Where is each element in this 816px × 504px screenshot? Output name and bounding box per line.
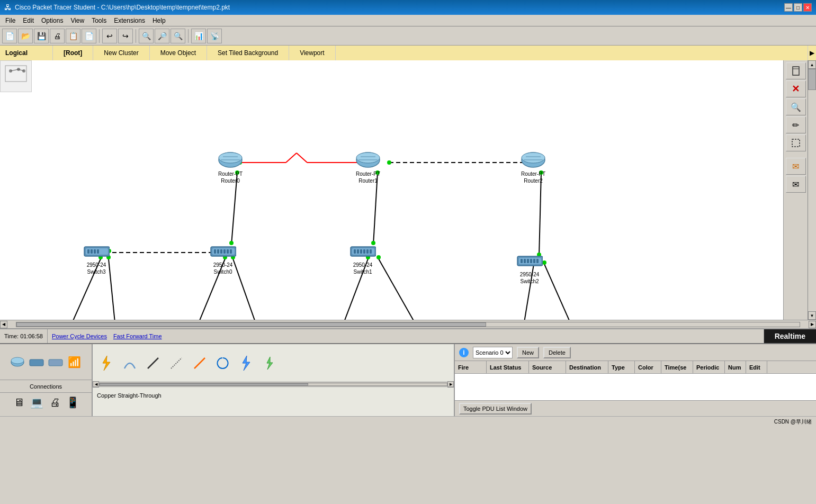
scroll-thumb-horizontal[interactable]: [16, 322, 486, 327]
pencil-tool-button[interactable]: ✏: [786, 116, 806, 133]
switch2-node[interactable]: 2950-24Switch2: [516, 250, 543, 285]
pdu-tool-button[interactable]: ✉: [786, 158, 806, 175]
switch3-icon: [83, 240, 110, 262]
inspect-button[interactable]: 📡: [207, 29, 222, 43]
router2-node[interactable]: Router-PTRouter2: [520, 149, 546, 184]
power-cycle-link[interactable]: Power Cycle Devices: [52, 333, 107, 339]
laptop-device-icon[interactable]: 💻: [29, 394, 45, 410]
crossover-cable-icon[interactable]: [190, 354, 209, 373]
switch0-node[interactable]: 2950-24Switch0: [210, 240, 236, 275]
vertical-scrollbar[interactable]: ▲ ▼: [808, 60, 816, 320]
title-controls[interactable]: — □ ✕: [784, 3, 812, 12]
redo-button[interactable]: ↪: [118, 29, 133, 43]
fiber-cable-icon[interactable]: [213, 354, 232, 373]
svg-rect-67: [220, 249, 222, 254]
thumbnail-panel[interactable]: [0, 60, 32, 92]
palette-button[interactable]: 📊: [191, 29, 206, 43]
straight-cable-icon[interactable]: [144, 354, 163, 373]
zoom-tool-button[interactable]: 🔍: [786, 98, 806, 115]
wireless-device-icon[interactable]: 📶: [67, 354, 83, 370]
svg-line-134: [171, 358, 182, 368]
router-device-icon[interactable]: [10, 354, 25, 370]
auto-connect-icon[interactable]: [97, 354, 116, 373]
zoom-in-button[interactable]: 🔍: [139, 29, 154, 43]
csdn-note: CSDN @早川绪: [774, 418, 812, 426]
paste-button[interactable]: 📄: [82, 29, 96, 43]
menu-view[interactable]: View: [67, 16, 87, 25]
menu-file[interactable]: File: [2, 16, 19, 25]
svg-line-133: [148, 358, 158, 368]
resize-tool-button[interactable]: [786, 134, 806, 151]
pdu-table-content: [455, 374, 816, 400]
copy-button[interactable]: 📋: [66, 29, 80, 43]
logical-bar-expand[interactable]: ▶: [808, 46, 816, 60]
menu-extensions[interactable]: Extensions: [111, 16, 148, 25]
open-button[interactable]: 📂: [18, 29, 33, 43]
router2-icon: [520, 149, 546, 170]
maximize-button[interactable]: □: [794, 3, 802, 12]
scroll-left-arrow[interactable]: ◀: [0, 321, 7, 328]
pdu2-tool-button[interactable]: ✉: [786, 176, 806, 193]
switch3-node[interactable]: 2950-24Switch3: [83, 240, 110, 275]
delete-scenario-button[interactable]: Delete: [543, 347, 571, 358]
serial-cable-icon[interactable]: [167, 354, 186, 373]
svg-rect-69: [227, 249, 229, 254]
horizontal-scrollbar[interactable]: ◀ ▶: [0, 320, 816, 328]
new-button[interactable]: 📄: [2, 29, 17, 43]
zoom-out-button[interactable]: 🔍: [171, 29, 185, 43]
console-cable-icon[interactable]: [120, 354, 139, 373]
new-scenario-button[interactable]: New: [517, 347, 539, 358]
svg-point-60: [522, 152, 545, 163]
minimize-button[interactable]: —: [784, 3, 793, 12]
pc-device-icon[interactable]: 🖥: [11, 394, 27, 410]
scroll-up-arrow[interactable]: ▲: [808, 60, 816, 69]
menu-edit[interactable]: Edit: [20, 16, 37, 25]
phone-cable-icon[interactable]: [237, 354, 256, 373]
new-cluster-section[interactable]: New Cluster: [93, 46, 149, 60]
network-canvas[interactable]: Router-PTRouter0 Router-PTRouter1: [0, 60, 783, 320]
svg-rect-77: [366, 249, 369, 254]
fire-col: Fire: [455, 361, 487, 373]
move-object-section[interactable]: Move Object: [150, 46, 207, 60]
conn-scroll-thumb[interactable]: [100, 383, 308, 385]
hub-device-icon[interactable]: [48, 354, 64, 370]
root-section[interactable]: [Root]: [53, 46, 93, 60]
scenario-select[interactable]: Scenario 0: [473, 347, 513, 358]
switch-device-icon[interactable]: [29, 354, 44, 370]
zoom-custom-button[interactable]: 🔎: [155, 29, 169, 43]
menu-options[interactable]: Options: [38, 16, 66, 25]
delete-tool-button[interactable]: ✕: [786, 80, 806, 97]
router1-node[interactable]: Router-PTRouter1: [355, 149, 381, 184]
scroll-track-horizontal: [16, 322, 800, 327]
color-col: Color: [635, 361, 661, 373]
viewport-section[interactable]: Viewport: [289, 46, 335, 60]
phone-device-icon[interactable]: 📱: [65, 394, 81, 410]
select-tool-button[interactable]: [786, 62, 806, 79]
toggle-pdu-button[interactable]: Toggle PDU List Window: [459, 403, 532, 415]
fast-forward-link[interactable]: Fast Forward Time: [113, 333, 162, 339]
main-area: Router-PTRouter0 Router-PTRouter1: [0, 60, 816, 320]
save-button[interactable]: 💾: [34, 29, 49, 43]
undo-button[interactable]: ↩: [102, 29, 117, 43]
scroll-thumb-vertical[interactable]: [808, 69, 816, 90]
svg-rect-76: [363, 249, 365, 254]
switch1-node[interactable]: 2950-24Switch1: [349, 240, 376, 275]
timesec-col: Time(se: [661, 361, 693, 373]
scroll-right-arrow[interactable]: ▶: [809, 321, 816, 328]
svg-line-7: [286, 153, 297, 163]
svg-rect-82: [524, 259, 526, 263]
scroll-down-arrow[interactable]: ▼: [808, 311, 816, 320]
set-background-section[interactable]: Set Tiled Background: [207, 46, 289, 60]
server-device-icon[interactable]: 🖨: [47, 394, 63, 410]
realtime-indicator[interactable]: Realtime: [764, 329, 816, 343]
close-button[interactable]: ✕: [803, 3, 812, 12]
time-display: Time: 01:06:58: [0, 329, 48, 343]
dsl-cable-icon[interactable]: [260, 354, 279, 373]
canvas-container: Router-PTRouter0 Router-PTRouter1: [0, 60, 816, 320]
title-bar: 🖧 Cisco Packet Tracer Student - C:\Users…: [0, 0, 816, 15]
router0-node[interactable]: Router-PTRouter0: [217, 149, 244, 184]
svg-line-16: [109, 259, 116, 320]
print-button[interactable]: 🖨: [50, 29, 65, 43]
menu-help[interactable]: Help: [149, 16, 169, 25]
menu-tools[interactable]: Tools: [88, 16, 110, 25]
